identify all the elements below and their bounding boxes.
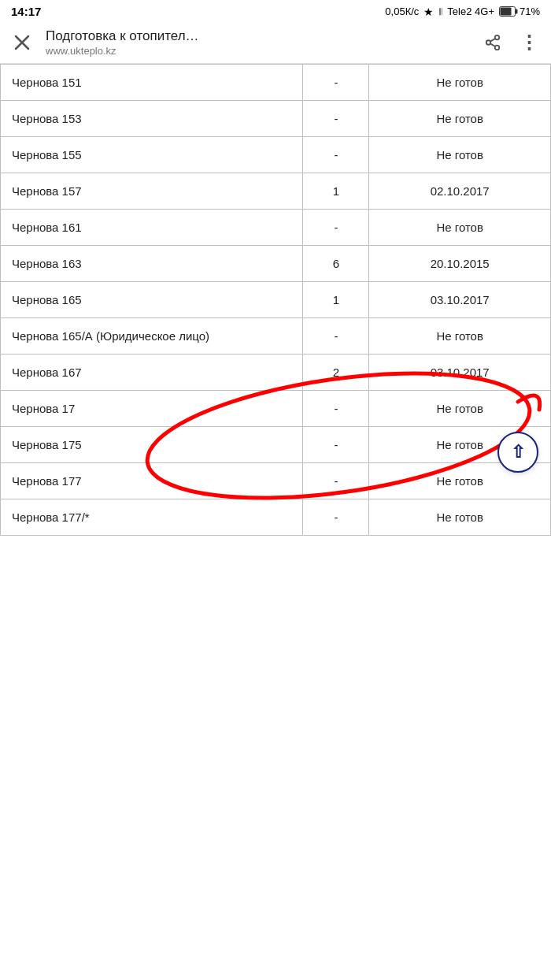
status-bar-right: 0,05К/с ★ ⦀ Tele2 4G+ 71% [385, 6, 540, 18]
address-cell: Чернова 153 [1, 101, 303, 137]
number-cell: 1 [303, 282, 369, 318]
number-cell: 2 [303, 355, 369, 391]
status-cell: Не готов [369, 318, 551, 355]
address-cell: Чернова 167 [1, 355, 303, 391]
scroll-top-icon: ⇧ [511, 442, 525, 462]
nav-title-block: Подготовка к отопител… www.ukteplo.kz [46, 28, 469, 57]
address-cell: Чернова 161 [1, 210, 303, 246]
table-row: Чернова 177-Не готов [1, 463, 551, 499]
number-cell: - [303, 318, 369, 355]
signal-icon: ⦀ [438, 6, 442, 18]
address-cell: Чернова 175 [1, 427, 303, 463]
number-cell: - [303, 101, 369, 137]
status-cell: Не готов [369, 499, 551, 536]
nav-bar: Подготовка к отопител… www.ukteplo.kz ⋮ [0, 21, 551, 64]
data-table: Чернова 151-Не готовЧернова 153-Не готов… [0, 64, 551, 536]
number-cell: - [303, 499, 369, 536]
status-cell: 02.10.2017 [369, 173, 551, 210]
number-cell: - [303, 65, 369, 101]
svg-point-5 [495, 35, 500, 39]
svg-point-6 [486, 40, 491, 45]
number-cell: - [303, 391, 369, 427]
table-row: Чернова 163620.10.2015 [1, 246, 551, 282]
time: 14:17 [11, 5, 41, 18]
table-row: Чернова 17-Не готов [1, 391, 551, 427]
bluetooth-icon: ★ [423, 6, 434, 18]
status-cell: Не готов [369, 101, 551, 137]
address-cell: Чернова 151 [1, 65, 303, 101]
svg-line-9 [490, 39, 495, 42]
svg-rect-1 [500, 8, 511, 16]
status-cell: 03.10.2017 [369, 355, 551, 391]
table-row: Чернова 165103.10.2017 [1, 282, 551, 318]
table-row: Чернова 153-Не готов [1, 101, 551, 137]
status-cell: Не готов [369, 210, 551, 246]
address-cell: Чернова 177/* [1, 499, 303, 536]
battery-icon: 71% [499, 6, 540, 17]
address-cell: Чернова 157 [1, 173, 303, 210]
table-row: Чернова 155-Не готов [1, 137, 551, 173]
table-row: Чернова 161-Не готов [1, 210, 551, 246]
battery-svg [499, 6, 518, 17]
close-button[interactable] [9, 30, 35, 55]
status-cell: Не готов [369, 391, 551, 427]
network-speed: 0,05К/с [385, 6, 419, 17]
nav-title: Подготовка к отопител… [46, 28, 469, 45]
status-cell: 03.10.2017 [369, 282, 551, 318]
status-cell: Не готов [369, 65, 551, 101]
nav-url: www.ukteplo.kz [46, 45, 469, 57]
table-row: Чернова 175-Не готов [1, 427, 551, 463]
address-cell: Чернова 165/А (Юридическое лицо) [1, 318, 303, 355]
status-bar: 14:17 0,05К/с ★ ⦀ Tele2 4G+ 71% [0, 0, 551, 21]
status-cell: 20.10.2015 [369, 246, 551, 282]
page-wrapper: 14:17 0,05К/с ★ ⦀ Tele2 4G+ 71% [0, 0, 551, 536]
battery-percent: 71% [520, 6, 540, 17]
address-cell: Чернова 155 [1, 137, 303, 173]
table-row: Чернова 177/*-Не готов [1, 499, 551, 536]
status-cell: Не готов [369, 137, 551, 173]
table-row: Чернова 167203.10.2017 [1, 355, 551, 391]
share-button[interactable] [480, 30, 505, 55]
address-cell: Чернова 163 [1, 246, 303, 282]
table-row: Чернова 157102.10.2017 [1, 173, 551, 210]
number-cell: - [303, 427, 369, 463]
number-cell: - [303, 463, 369, 499]
more-options-button[interactable]: ⋮ [516, 30, 542, 55]
carrier: Tele2 4G+ [447, 6, 494, 17]
svg-point-7 [495, 45, 500, 49]
svg-rect-2 [516, 9, 518, 14]
address-cell: Чернова 165 [1, 282, 303, 318]
number-cell: 1 [303, 173, 369, 210]
address-cell: Чернова 177 [1, 463, 303, 499]
number-cell: 6 [303, 246, 369, 282]
table-container: Чернова 151-Не готовЧернова 153-Не готов… [0, 64, 551, 536]
table-row: Чернова 151-Не готов [1, 65, 551, 101]
scroll-top-button[interactable]: ⇧ [497, 432, 538, 473]
table-row: Чернова 165/А (Юридическое лицо)-Не гото… [1, 318, 551, 355]
number-cell: - [303, 137, 369, 173]
number-cell: - [303, 210, 369, 246]
svg-line-8 [490, 43, 495, 46]
address-cell: Чернова 17 [1, 391, 303, 427]
